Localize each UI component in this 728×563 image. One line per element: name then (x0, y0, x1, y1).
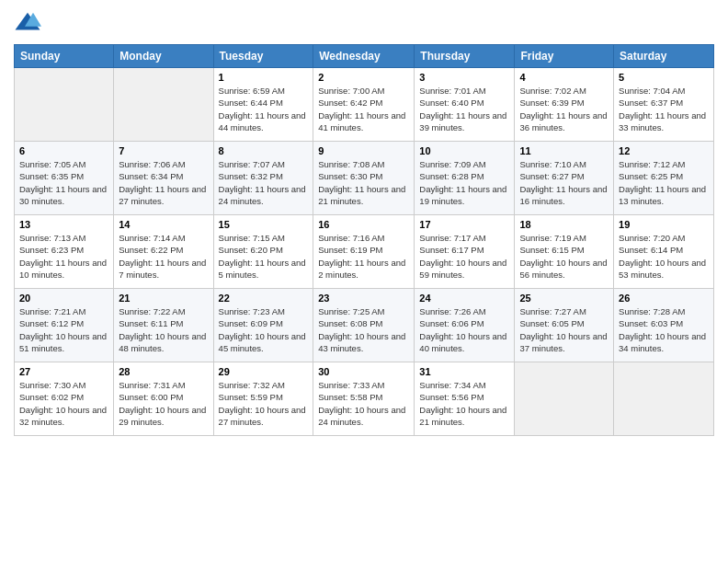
day-info: Sunrise: 7:07 AM Sunset: 6:32 PM Dayligh… (219, 158, 309, 207)
day-cell: 12Sunrise: 7:12 AM Sunset: 6:25 PM Dayli… (614, 142, 714, 215)
day-cell: 5Sunrise: 7:04 AM Sunset: 6:37 PM Daylig… (614, 68, 714, 142)
col-header-wednesday: Wednesday (313, 45, 415, 68)
day-info: Sunrise: 7:31 AM Sunset: 6:00 PM Dayligh… (119, 379, 208, 428)
day-number: 11 (519, 145, 609, 156)
day-cell: 24Sunrise: 7:26 AM Sunset: 6:06 PM Dayli… (415, 289, 515, 362)
day-cell: 18Sunrise: 7:19 AM Sunset: 6:15 PM Dayli… (515, 215, 614, 289)
day-number: 3 (419, 72, 509, 83)
day-number: 4 (519, 72, 609, 83)
day-number: 8 (219, 145, 309, 156)
page: SundayMondayTuesdayWednesdayThursdayFrid… (0, 0, 728, 445)
day-info: Sunrise: 7:32 AM Sunset: 5:59 PM Dayligh… (219, 379, 309, 428)
day-number: 20 (19, 293, 108, 304)
day-number: 5 (619, 72, 709, 83)
day-info: Sunrise: 7:23 AM Sunset: 6:09 PM Dayligh… (219, 305, 309, 354)
day-number: 24 (419, 293, 509, 304)
day-number: 13 (19, 219, 108, 230)
calendar-table: SundayMondayTuesdayWednesdayThursdayFrid… (14, 44, 714, 436)
day-number: 17 (419, 219, 509, 230)
day-number: 7 (119, 145, 208, 156)
col-header-tuesday: Tuesday (213, 45, 313, 68)
day-info: Sunrise: 7:02 AM Sunset: 6:39 PM Dayligh… (519, 85, 609, 133)
col-header-monday: Monday (114, 45, 213, 68)
day-cell: 15Sunrise: 7:15 AM Sunset: 6:20 PM Dayli… (213, 215, 313, 289)
day-cell: 31Sunrise: 7:34 AM Sunset: 5:56 PM Dayli… (415, 362, 515, 436)
day-info: Sunrise: 7:30 AM Sunset: 6:02 PM Dayligh… (19, 379, 108, 428)
week-row-4: 20Sunrise: 7:21 AM Sunset: 6:12 PM Dayli… (15, 289, 714, 362)
day-number: 21 (119, 293, 208, 304)
day-number: 9 (318, 145, 409, 156)
col-header-friday: Friday (515, 45, 614, 68)
day-cell: 28Sunrise: 7:31 AM Sunset: 6:00 PM Dayli… (114, 362, 213, 436)
logo-icon (14, 9, 41, 37)
day-cell: 27Sunrise: 7:30 AM Sunset: 6:02 PM Dayli… (15, 362, 114, 436)
day-number: 23 (318, 293, 409, 304)
day-number: 18 (519, 219, 609, 230)
day-info: Sunrise: 7:19 AM Sunset: 6:15 PM Dayligh… (519, 232, 609, 281)
day-cell: 29Sunrise: 7:32 AM Sunset: 5:59 PM Dayli… (213, 362, 313, 436)
day-cell: 3Sunrise: 7:01 AM Sunset: 6:40 PM Daylig… (415, 68, 515, 142)
day-number: 19 (619, 219, 709, 230)
header-row: SundayMondayTuesdayWednesdayThursdayFrid… (15, 45, 714, 68)
day-info: Sunrise: 7:13 AM Sunset: 6:23 PM Dayligh… (19, 232, 108, 281)
day-info: Sunrise: 7:34 AM Sunset: 5:56 PM Dayligh… (419, 379, 509, 428)
day-info: Sunrise: 7:15 AM Sunset: 6:20 PM Dayligh… (219, 232, 309, 281)
day-cell: 9Sunrise: 7:08 AM Sunset: 6:30 PM Daylig… (313, 142, 415, 215)
day-cell: 30Sunrise: 7:33 AM Sunset: 5:58 PM Dayli… (313, 362, 415, 436)
day-info: Sunrise: 7:28 AM Sunset: 6:03 PM Dayligh… (619, 305, 709, 354)
day-info: Sunrise: 7:25 AM Sunset: 6:08 PM Dayligh… (318, 305, 409, 354)
day-info: Sunrise: 7:27 AM Sunset: 6:05 PM Dayligh… (519, 305, 609, 354)
day-cell: 16Sunrise: 7:16 AM Sunset: 6:19 PM Dayli… (313, 215, 415, 289)
day-cell: 25Sunrise: 7:27 AM Sunset: 6:05 PM Dayli… (515, 289, 614, 362)
day-number: 10 (419, 145, 509, 156)
day-number: 29 (219, 366, 309, 377)
day-info: Sunrise: 7:33 AM Sunset: 5:58 PM Dayligh… (318, 379, 409, 428)
day-number: 6 (19, 145, 108, 156)
day-info: Sunrise: 7:22 AM Sunset: 6:11 PM Dayligh… (119, 305, 208, 354)
day-info: Sunrise: 7:01 AM Sunset: 6:40 PM Dayligh… (419, 85, 509, 133)
day-number: 26 (619, 293, 709, 304)
day-cell: 2Sunrise: 7:00 AM Sunset: 6:42 PM Daylig… (313, 68, 415, 142)
day-number: 12 (619, 145, 709, 156)
day-number: 15 (219, 219, 309, 230)
day-cell: 8Sunrise: 7:07 AM Sunset: 6:32 PM Daylig… (213, 142, 313, 215)
day-number: 2 (318, 72, 409, 83)
day-number: 30 (318, 366, 409, 377)
day-cell: 4Sunrise: 7:02 AM Sunset: 6:39 PM Daylig… (515, 68, 614, 142)
day-cell: 11Sunrise: 7:10 AM Sunset: 6:27 PM Dayli… (515, 142, 614, 215)
header (14, 9, 714, 37)
day-number: 25 (519, 293, 609, 304)
day-cell: 22Sunrise: 7:23 AM Sunset: 6:09 PM Dayli… (213, 289, 313, 362)
day-cell: 23Sunrise: 7:25 AM Sunset: 6:08 PM Dayli… (313, 289, 415, 362)
day-info: Sunrise: 7:21 AM Sunset: 6:12 PM Dayligh… (19, 305, 108, 354)
day-number: 31 (419, 366, 509, 377)
day-cell: 14Sunrise: 7:14 AM Sunset: 6:22 PM Dayli… (114, 215, 213, 289)
day-info: Sunrise: 7:12 AM Sunset: 6:25 PM Dayligh… (619, 158, 709, 207)
day-cell: 17Sunrise: 7:17 AM Sunset: 6:17 PM Dayli… (415, 215, 515, 289)
day-info: Sunrise: 7:10 AM Sunset: 6:27 PM Dayligh… (519, 158, 609, 207)
day-cell (515, 362, 614, 436)
day-info: Sunrise: 7:14 AM Sunset: 6:22 PM Dayligh… (119, 232, 208, 281)
day-info: Sunrise: 7:08 AM Sunset: 6:30 PM Dayligh… (318, 158, 409, 207)
day-number: 22 (219, 293, 309, 304)
day-info: Sunrise: 7:20 AM Sunset: 6:14 PM Dayligh… (619, 232, 709, 281)
day-cell: 7Sunrise: 7:06 AM Sunset: 6:34 PM Daylig… (114, 142, 213, 215)
day-info: Sunrise: 7:04 AM Sunset: 6:37 PM Dayligh… (619, 85, 709, 133)
week-row-3: 13Sunrise: 7:13 AM Sunset: 6:23 PM Dayli… (15, 215, 714, 289)
day-cell (614, 362, 714, 436)
day-number: 27 (19, 366, 108, 377)
col-header-sunday: Sunday (15, 45, 114, 68)
day-info: Sunrise: 7:09 AM Sunset: 6:28 PM Dayligh… (419, 158, 509, 207)
day-number: 28 (119, 366, 208, 377)
day-cell: 10Sunrise: 7:09 AM Sunset: 6:28 PM Dayli… (415, 142, 515, 215)
week-row-5: 27Sunrise: 7:30 AM Sunset: 6:02 PM Dayli… (15, 362, 714, 436)
day-cell: 13Sunrise: 7:13 AM Sunset: 6:23 PM Dayli… (15, 215, 114, 289)
day-cell: 6Sunrise: 7:05 AM Sunset: 6:35 PM Daylig… (15, 142, 114, 215)
day-number: 1 (219, 72, 309, 83)
day-info: Sunrise: 6:59 AM Sunset: 6:44 PM Dayligh… (219, 85, 309, 133)
day-cell: 26Sunrise: 7:28 AM Sunset: 6:03 PM Dayli… (614, 289, 714, 362)
day-info: Sunrise: 7:26 AM Sunset: 6:06 PM Dayligh… (419, 305, 509, 354)
day-cell (114, 68, 213, 142)
col-header-saturday: Saturday (614, 45, 714, 68)
logo (14, 9, 44, 37)
